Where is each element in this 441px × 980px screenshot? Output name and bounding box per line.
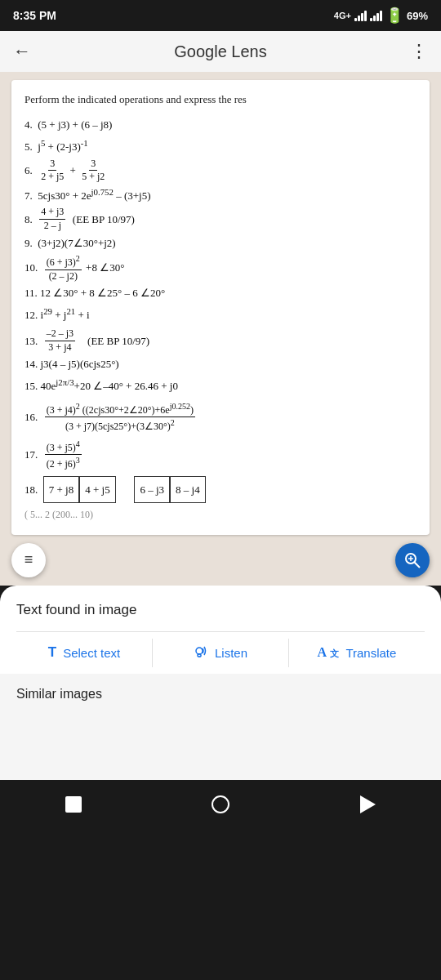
problem-6: 6. 3 2 + j5 + 3 5 + j2 (24, 158, 416, 184)
signal-bar-1 (354, 18, 357, 21)
square-nav-button[interactable] (59, 790, 88, 819)
signal-bars-2 (370, 10, 382, 21)
found-text-label: Text found in image (16, 602, 425, 618)
translate-label: Translate (345, 646, 396, 660)
signal-bars (354, 10, 367, 21)
svg-rect-5 (198, 654, 201, 657)
paper-content: Perform the indicated operations and exp… (11, 80, 430, 535)
problem-8: 8. 4 + j3 2 – j (EE BP 10/97) (24, 206, 416, 232)
select-text-button[interactable]: T Select text (16, 632, 152, 674)
similar-section: Similar images (0, 674, 441, 715)
listen-button[interactable]: Listen (153, 632, 288, 674)
signal-bar-8 (380, 11, 382, 21)
problem-16: 16. (3 + j4)2 ((2cjs30°+2∠20°)+6ej0.252)… (24, 401, 416, 434)
lens-search-button[interactable] (395, 543, 430, 577)
signal-bar-2 (358, 16, 360, 21)
signal-bar-5 (370, 18, 372, 21)
select-text-icon: T (48, 644, 56, 661)
signal-bar-4 (364, 11, 367, 21)
status-bar: 8:35 PM 4G+ 🔋 69% (0, 0, 441, 31)
problem-5: 5. j5 + (2-j3)-1 (24, 136, 416, 157)
problem-11: 11. 12 ∠30° + 8 ∠25° – 6 ∠20° (24, 283, 416, 302)
battery-icon: 🔋 (385, 7, 403, 24)
home-nav-button[interactable] (206, 790, 235, 819)
svg-point-4 (196, 648, 203, 654)
svg-line-1 (414, 562, 420, 568)
more-menu-button[interactable]: ⋮ (410, 41, 428, 62)
triangle-icon (360, 795, 376, 813)
problem-9: 9. (3+j2)(7∠30°+j2) (24, 234, 416, 252)
problem-continuation: ( 5... 2 (200... 10) (24, 506, 416, 524)
problem-4: 4. (5 + j3) + (6 – j8) (24, 115, 416, 134)
status-right: 4G+ 🔋 69% (334, 7, 428, 24)
problem-13: 13. –2 – j3 3 + j4 (EE BP 10/97) (24, 327, 416, 354)
signal-bar-6 (373, 16, 376, 21)
translate-button[interactable]: A 文 Translate (289, 632, 425, 674)
spacer (0, 715, 441, 780)
bottom-nav (0, 780, 441, 826)
signal-text: 4G+ (334, 11, 351, 20)
content-area: Perform the indicated operations and exp… (0, 72, 441, 586)
problem-17: 17. (3 + j5)4 (2 + j6)3 (24, 439, 416, 471)
problem-14: 14. j3(4 – j5)(6cjs25°) (24, 354, 416, 373)
circle-icon (212, 795, 229, 813)
page-title: Google Lens (174, 42, 266, 61)
battery-percent: 69% (407, 10, 428, 22)
select-text-label: Select text (63, 646, 120, 660)
translate-icon: A 文 (318, 644, 340, 661)
problem-10: 10. (6 + j3)2 (2 – j2) +8 ∠30° (24, 253, 416, 283)
similar-images-title: Similar images (16, 687, 425, 702)
listen-label: Listen (215, 646, 247, 660)
problem-18: 18. 7 + j8 4 + j5 6 – j3 8 – j4 (24, 476, 416, 503)
listen-icon (194, 644, 208, 662)
back-button[interactable]: ← (13, 41, 31, 62)
menu-float-button[interactable]: ≡ (11, 543, 46, 577)
back-nav-button[interactable] (353, 790, 382, 819)
signal-bar-3 (361, 13, 363, 21)
action-buttons: T Select text Listen A 文 Translate (16, 631, 425, 674)
bottom-panel: Text found in image T Select text Listen (0, 586, 441, 674)
problem-15: 15. 40ej2π/3+20 ∠–40° + 26.46 + j0 (24, 375, 416, 396)
menu-icon: ≡ (24, 551, 33, 568)
lens-icon (403, 551, 421, 569)
problem-12: 12. i29 + j21 + i (24, 304, 416, 325)
audio-icon (194, 644, 208, 658)
instruction-text: Perform the indicated operations and exp… (24, 90, 416, 109)
square-icon (65, 796, 82, 813)
signal-bar-7 (376, 13, 379, 21)
top-nav: ← Google Lens ⋮ (0, 31, 441, 72)
problem-7: 7. 5cjs30° + 2ej0.752 – (3+j5) (24, 185, 416, 206)
time: 8:35 PM (13, 9, 56, 22)
